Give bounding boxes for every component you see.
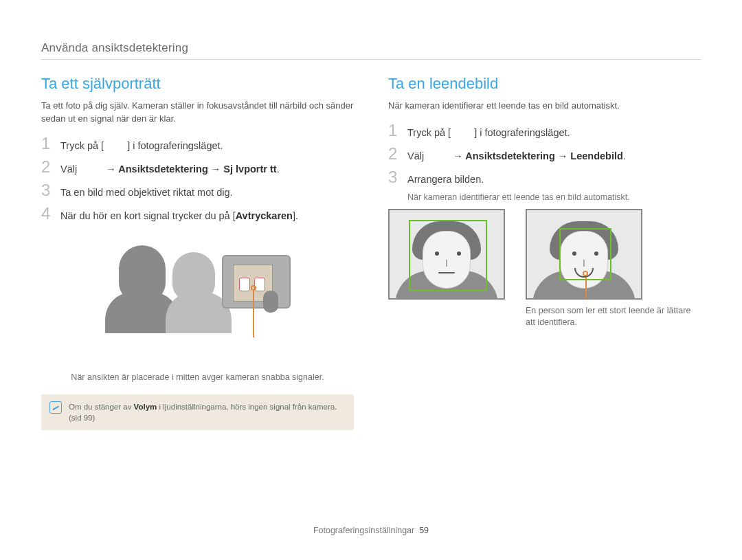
step-text: Tryck på [] i fotograferingsläget.	[407, 126, 570, 140]
note-icon	[49, 401, 62, 414]
text: Tryck på [	[407, 127, 451, 138]
step-3: 3 Ta en bild med objektivet riktat mot d…	[41, 182, 354, 200]
shutter-label: Avtryckaren	[236, 210, 293, 221]
right-steps: 1 Tryck på [] i fotograferingsläget. 2 V…	[388, 122, 701, 187]
step-3-note: När kameran identifierar ett leende tas …	[407, 192, 701, 202]
text: När du hör en kort signal trycker du på …	[60, 210, 236, 221]
text: Välj	[60, 164, 80, 175]
frame	[526, 209, 642, 300]
step-number: 2	[41, 159, 54, 175]
note-text: Om du stänger av Volym i ljudinställning…	[69, 401, 346, 423]
step-text: Välj → Ansiktsdetektering → Leendebild.	[407, 149, 626, 164]
footer-section: Fotograferingsinställningar	[313, 526, 414, 535]
smile-row: En person som ler ett stort leende är lä…	[388, 209, 701, 329]
smile-frame-smiling: En person som ler ett stort leende är lä…	[526, 209, 701, 329]
divider	[41, 59, 701, 60]
selfie-graphic	[85, 230, 311, 368]
step-text: Välj → Ansiktsdetektering → Sj lvportr t…	[60, 162, 280, 177]
camera-icon	[222, 255, 291, 309]
left-intro: Ta ett foto på dig själv. Kameran ställe…	[41, 100, 354, 126]
step-2: 2 Välj → Ansiktsdetektering → Leendebild…	[388, 146, 701, 164]
page-footer: Fotograferingsinställningar 59	[0, 526, 742, 535]
text: ].	[293, 210, 298, 221]
page-number: 59	[419, 526, 429, 535]
two-columns: Ta ett självporträtt Ta ett foto på dig …	[41, 75, 701, 430]
step-1: 1 Tryck på [] i fotograferingsläget.	[41, 135, 354, 153]
callout-line-icon	[253, 289, 254, 337]
right-intro: När kameran identifierar ett leende tas …	[388, 100, 701, 113]
detect-box-icon	[409, 220, 487, 291]
text: ] i fotograferingsläget.	[474, 127, 570, 138]
volume-label: Volym	[134, 403, 157, 411]
step-text: Ta en bild med objektivet riktat mot dig…	[60, 186, 233, 200]
right-column: Ta en leendebild När kameran identifiera…	[388, 75, 701, 430]
menu-path: → Ansiktsdetektering → Sj lvportr tt	[103, 164, 276, 175]
step-1: 1 Tryck på [] i fotograferingsläget.	[388, 122, 701, 140]
page: Använda ansiktsdetektering Ta ett självp…	[0, 0, 742, 560]
step-number: 3	[41, 182, 54, 199]
text: Om du stänger av	[69, 403, 134, 411]
step-text: När du hör en kort signal trycker du på …	[60, 209, 298, 223]
step-3: 3 Arrangera bilden.	[388, 169, 701, 187]
menu-path: → Ansiktsdetektering → Leendebild	[450, 150, 623, 161]
chapter-title: Använda ansiktsdetektering	[41, 41, 701, 55]
step-text: Tryck på [] i fotograferingsläget.	[60, 139, 223, 153]
text: .	[277, 164, 280, 175]
smile-illustration: En person som ler ett stort leende är lä…	[388, 209, 701, 329]
figure-caption: När ansikten är placerade i mitten avger…	[41, 372, 354, 384]
left-steps: 1 Tryck på [] i fotograferingsläget. 2 V…	[41, 135, 354, 223]
person-2-head	[172, 252, 215, 302]
text: ] i fotograferingsläget.	[127, 140, 223, 151]
right-heading: Ta en leendebild	[388, 75, 701, 93]
frame	[388, 209, 505, 300]
text: Tryck på [	[60, 140, 104, 151]
step-text: Arrangera bilden.	[407, 172, 484, 187]
left-column: Ta ett självporträtt Ta ett foto på dig …	[41, 75, 354, 430]
left-heading: Ta ett självporträtt	[41, 75, 354, 93]
hand-icon	[263, 291, 278, 313]
step-number: 4	[41, 205, 54, 222]
step-number: 1	[41, 135, 54, 152]
text: .	[623, 150, 626, 161]
figure-caption: En person som ler ett stort leende är lä…	[526, 305, 701, 329]
person-1-head	[119, 245, 166, 302]
step-4: 4 När du hör en kort signal trycker du p…	[41, 205, 354, 223]
step-number: 3	[388, 169, 401, 186]
step-number: 1	[388, 122, 401, 139]
smile-frame-neutral	[388, 209, 505, 329]
note-box: Om du stänger av Volym i ljudinställning…	[41, 394, 354, 430]
mini-face-icon	[239, 278, 250, 291]
callout-line-icon	[585, 278, 587, 300]
step-number: 2	[388, 146, 401, 162]
selfie-illustration: När ansikten är placerade i mitten avger…	[41, 230, 354, 384]
step-2: 2 Välj → Ansiktsdetektering → Sj lvportr…	[41, 159, 354, 177]
callout-dot-icon	[583, 271, 588, 276]
text: Välj	[407, 150, 427, 161]
